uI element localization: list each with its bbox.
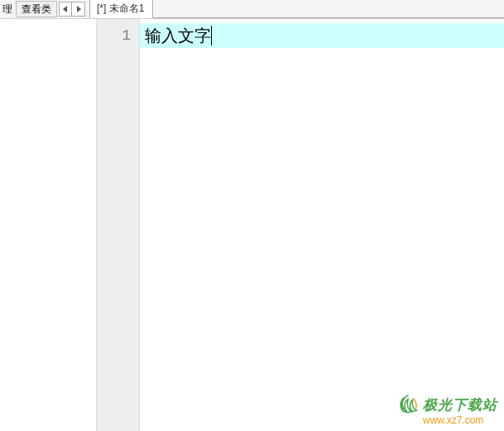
- tab-strip: [*] 未命名1: [89, 0, 504, 18]
- side-panel: [0, 19, 97, 431]
- nav-prev-button[interactable]: [59, 2, 72, 17]
- tab-unnamed-1[interactable]: [*] 未命名1: [89, 0, 153, 18]
- svg-marker-1: [77, 6, 81, 12]
- top-bar: 理 查看类 [*] 未命名1: [0, 0, 504, 19]
- editor-line-text: 输入文字: [145, 23, 211, 48]
- triangle-left-icon: [63, 6, 68, 12]
- nav-next-button[interactable]: [72, 2, 85, 17]
- line-number: 1: [97, 23, 131, 48]
- editor-text-area[interactable]: 输入文字: [140, 19, 504, 431]
- toolbar-partial-label: 理: [0, 0, 15, 18]
- text-cursor: [211, 26, 212, 45]
- line-number-gutter: 1: [97, 19, 140, 431]
- code-editor[interactable]: 1 输入文字: [97, 19, 504, 431]
- svg-marker-0: [63, 6, 67, 12]
- toolbar-left: 理 查看类: [0, 0, 86, 18]
- triangle-right-icon: [76, 6, 81, 12]
- nav-button-group: [59, 1, 85, 17]
- tab-label: [*] 未命名1: [97, 2, 144, 16]
- view-class-button[interactable]: 查看类: [16, 1, 57, 17]
- editor-line-1[interactable]: 输入文字: [140, 23, 504, 48]
- main-area: 1 输入文字: [0, 19, 504, 431]
